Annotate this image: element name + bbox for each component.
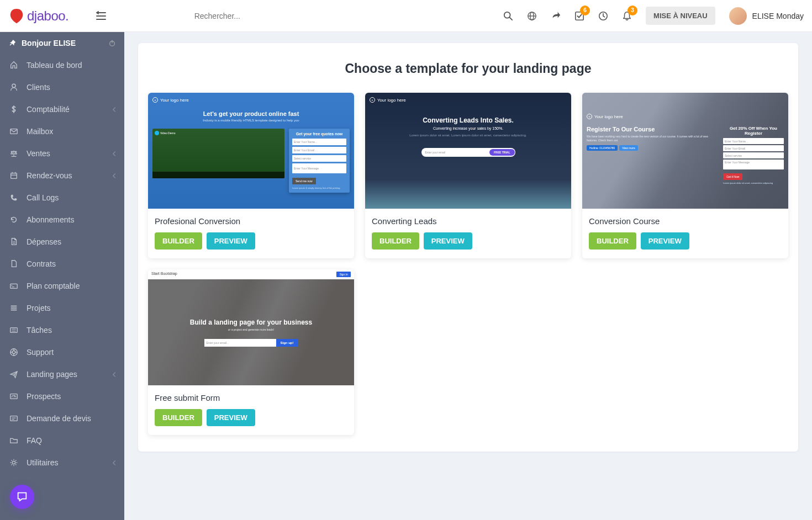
- template-body: Converting LeadsBUILDERPREVIEW: [365, 209, 571, 258]
- chat-icon: [16, 491, 28, 503]
- sidebar-item-label: Tableau de bord: [27, 61, 82, 70]
- card-icon: [8, 281, 19, 291]
- power-icon[interactable]: [108, 39, 116, 47]
- quote-icon: [8, 413, 19, 423]
- sidebar-item-label: FAQ: [27, 436, 42, 445]
- sidebar-item-label: Clients: [27, 83, 50, 92]
- preview-button[interactable]: PREVIEW: [641, 232, 689, 250]
- notifications-button[interactable]: 3: [622, 11, 632, 21]
- share-icon: [551, 11, 561, 21]
- search-icon: [503, 11, 513, 21]
- logo-text: djaboo.: [27, 8, 68, 24]
- chevron-left-icon: [112, 460, 116, 466]
- svg-point-9: [12, 84, 15, 87]
- sidebar: Bonjour ELISE Tableau de bordClientsComp…: [0, 32, 124, 520]
- menu-toggle[interactable]: [96, 11, 106, 21]
- template-name: Converting Leads: [372, 216, 565, 226]
- sidebar-item[interactable]: Prospects: [0, 385, 124, 407]
- header-actions: 6 3 MISE À NIVEAU ELISE Monday: [503, 7, 804, 25]
- sidebar-item[interactable]: Clients: [0, 76, 124, 98]
- sidebar-item[interactable]: Mailbox: [0, 120, 124, 142]
- globe-icon: [527, 11, 537, 21]
- sidebar-item[interactable]: Abonnements: [0, 209, 124, 231]
- sidebar-item[interactable]: Rendez-vous: [0, 165, 124, 187]
- template-card: Start BootstrapSign In Build a landing p…: [148, 269, 354, 435]
- user-icon: [8, 82, 19, 92]
- list-icon: [8, 325, 19, 335]
- template-card: +Your logo here Register To Our Course W…: [582, 93, 788, 258]
- file-icon: [8, 237, 19, 247]
- sidebar-item-label: Abonnements: [27, 215, 74, 224]
- template-thumbnail: +Your logo here Converting Leads Into Sa…: [365, 93, 571, 209]
- refresh-icon: [8, 215, 19, 225]
- template-actions: BUILDERPREVIEW: [155, 232, 347, 250]
- notifications-badge: 3: [628, 6, 637, 15]
- gear-icon: [8, 458, 19, 468]
- sidebar-item[interactable]: Dépenses: [0, 231, 124, 253]
- sidebar-item[interactable]: Landing pages: [0, 363, 124, 385]
- user-menu[interactable]: ELISE Monday: [729, 7, 804, 25]
- builder-button[interactable]: BUILDER: [155, 232, 202, 250]
- builder-button[interactable]: BUILDER: [589, 232, 636, 250]
- user-name: ELISE Monday: [752, 12, 804, 20]
- sidebar-item[interactable]: Projets: [0, 297, 124, 319]
- sidebar-item-label: Landing pages: [27, 370, 77, 379]
- sidebar-item[interactable]: Call Logs: [0, 187, 124, 209]
- globe-button[interactable]: [527, 11, 537, 21]
- share-button[interactable]: [551, 11, 561, 21]
- template-actions: BUILDERPREVIEW: [155, 409, 347, 426]
- sidebar-item[interactable]: Tableau de bord: [0, 54, 124, 76]
- sidebar-item[interactable]: FAQ: [0, 429, 124, 452]
- preview-button[interactable]: PREVIEW: [207, 409, 255, 426]
- sidebar-item-label: Utilitaires: [27, 458, 59, 467]
- svg-point-19: [12, 285, 13, 286]
- sidebar-item[interactable]: Comptabilité: [0, 98, 124, 120]
- sidebar-item[interactable]: Contrats: [0, 253, 124, 275]
- template-name: Conversion Course: [589, 216, 782, 226]
- search-input[interactable]: [194, 7, 426, 25]
- sidebar-item-label: Dépenses: [27, 237, 61, 246]
- sidebar-item[interactable]: Utilitaires: [0, 452, 124, 474]
- template-name: Profesional Conversion: [155, 216, 347, 226]
- preview-button[interactable]: PREVIEW: [207, 232, 255, 250]
- template-body: Free submit FormBUILDERPREVIEW: [148, 385, 354, 435]
- builder-button[interactable]: BUILDER: [155, 409, 202, 426]
- sidebar-item[interactable]: Tâches: [0, 319, 124, 341]
- chat-bubble[interactable]: [10, 485, 34, 509]
- template-actions: BUILDERPREVIEW: [372, 232, 565, 250]
- svg-rect-34: [10, 416, 17, 421]
- calendar-icon: [8, 171, 19, 181]
- sidebar-item-label: Mailbox: [27, 127, 53, 136]
- logo[interactable]: djaboo.: [8, 8, 68, 24]
- sidebar-item[interactable]: Support: [0, 341, 124, 363]
- plane-icon: [8, 369, 19, 379]
- template-actions: BUILDERPREVIEW: [589, 232, 782, 250]
- sidebar-item[interactable]: Plan comptable: [0, 275, 124, 297]
- sidebar-item[interactable]: Ventes: [0, 142, 124, 165]
- search-icon-button[interactable]: [503, 11, 513, 21]
- main: Choose a template for your landing page …: [124, 32, 812, 520]
- clock-icon: [598, 11, 608, 21]
- chevron-left-icon: [112, 151, 116, 157]
- tasks-button[interactable]: 6: [574, 11, 584, 21]
- sidebar-item[interactable]: Demande de devis: [0, 407, 124, 429]
- sidebar-item-label: Prospects: [27, 392, 61, 401]
- svg-point-27: [12, 351, 15, 353]
- greeting-text: Bonjour ELISE: [22, 39, 76, 47]
- clock-button[interactable]: [598, 11, 608, 21]
- svg-point-37: [12, 461, 15, 464]
- preview-button[interactable]: PREVIEW: [424, 232, 472, 250]
- svg-rect-11: [11, 173, 17, 179]
- template-thumbnail: Start BootstrapSign In Build a landing p…: [148, 269, 354, 385]
- sidebar-item-label: Ventes: [27, 149, 50, 158]
- builder-button[interactable]: BUILDER: [372, 232, 419, 250]
- pin-icon: [8, 39, 16, 47]
- search-wrap: [117, 7, 503, 25]
- template-card: +Your logo here Converting Leads Into Sa…: [365, 93, 571, 258]
- upgrade-button[interactable]: MISE À NIVEAU: [646, 7, 715, 25]
- svg-rect-10: [10, 129, 17, 134]
- sidebar-item-label: Comptabilité: [27, 105, 70, 114]
- svg-rect-23: [10, 328, 17, 333]
- sidebar-item-label: Support: [27, 348, 54, 357]
- chevron-left-icon: [112, 107, 116, 113]
